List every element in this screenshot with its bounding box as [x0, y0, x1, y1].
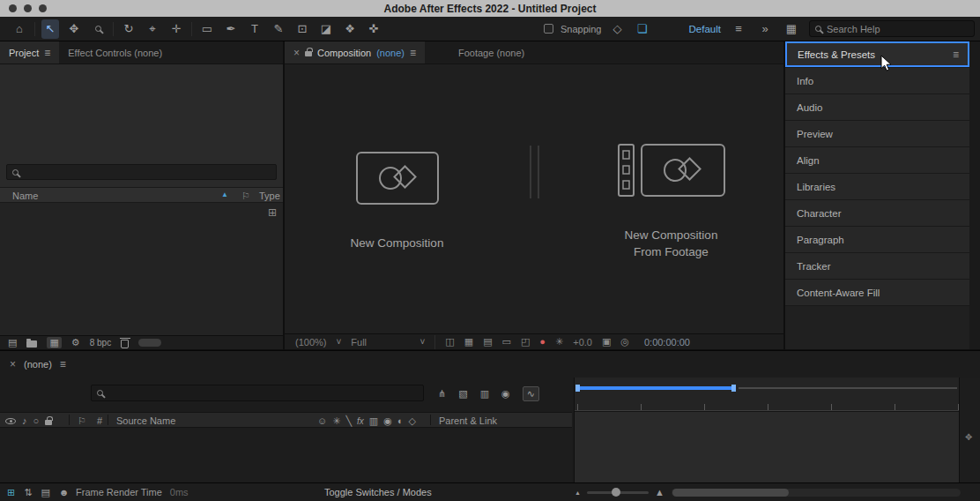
panel-menu-icon[interactable]: ≡: [60, 358, 66, 370]
time-navigator-bar[interactable]: [576, 386, 735, 390]
parent-link-column[interactable]: Parent & Link: [439, 415, 497, 426]
effects-icon[interactable]: fx: [357, 416, 364, 426]
interpret-footage-icon[interactable]: ▤: [8, 338, 17, 348]
close-panel-icon[interactable]: ×: [10, 358, 16, 370]
project-settings-icon[interactable]: ⚙: [71, 338, 80, 348]
panel-header-align[interactable]: Align: [785, 147, 969, 174]
sort-ascending-icon[interactable]: ▲: [221, 191, 228, 198]
timeline-tracks-area[interactable]: [575, 411, 959, 482]
zoom-tool-icon[interactable]: [89, 19, 107, 39]
panel-header-paragraph[interactable]: Paragraph: [785, 227, 969, 253]
panel-header-effects-and-presets[interactable]: Effects & Presets ≡: [785, 41, 969, 67]
orbit-camera-tool-icon[interactable]: ↻: [120, 19, 137, 39]
resolution-dropdown[interactable]: Full ˅: [351, 337, 425, 348]
time-ruler[interactable]: [575, 397, 959, 411]
eraser-tool-icon[interactable]: ◪: [317, 19, 335, 39]
close-panel-icon[interactable]: ×: [293, 47, 300, 59]
motion-blur-icon[interactable]: ◉: [383, 415, 392, 427]
pan-hand-icon[interactable]: ✥: [965, 432, 972, 442]
minimize-window-button[interactable]: [24, 4, 32, 12]
mini-flowchart-icon[interactable]: ⋔: [438, 388, 446, 400]
new-composition-icon[interactable]: ▦: [49, 338, 58, 348]
chevron-down-icon[interactable]: ˅: [336, 337, 341, 347]
fullscreen-window-button[interactable]: [39, 4, 47, 12]
time-navigator[interactable]: [576, 383, 957, 393]
motion-blur-icon[interactable]: ◉: [501, 388, 510, 400]
layer-number-column[interactable]: #: [97, 415, 102, 426]
shy-icon[interactable]: ☺: [317, 415, 327, 426]
reset-exposure-icon[interactable]: ✳: [555, 337, 563, 347]
label-color-column-icon[interactable]: ⚐: [241, 191, 250, 202]
region-of-interest-icon[interactable]: ◰: [521, 337, 530, 347]
panel-header-character[interactable]: Character: [785, 200, 969, 227]
panel-layout-icon[interactable]: ▦: [783, 19, 800, 39]
draft-3d-icon[interactable]: ▧: [458, 388, 467, 400]
solo-icon[interactable]: ○: [33, 415, 40, 426]
clone-stamp-tool-icon[interactable]: ⊡: [293, 19, 311, 39]
help-search-input[interactable]: [827, 24, 969, 34]
pan-behind-tool-icon[interactable]: ✛: [167, 19, 185, 39]
3d-layer-icon[interactable]: ◇: [409, 415, 416, 427]
workspace-menu-icon[interactable]: ≡: [730, 19, 747, 39]
puppet-pin-tool-icon[interactable]: ✜: [365, 19, 382, 39]
panel-menu-icon[interactable]: ≡: [44, 47, 50, 59]
show-channel-icon[interactable]: ●: [539, 337, 546, 347]
panel-header-tracker[interactable]: Tracker: [785, 253, 969, 280]
timeline-search-input[interactable]: [108, 388, 418, 399]
new-folder-icon[interactable]: [26, 340, 37, 348]
audio-icon[interactable]: ♪: [22, 415, 27, 426]
rectangle-tool-icon[interactable]: ▭: [198, 19, 216, 39]
toggle-view-icon[interactable]: ⇅: [24, 487, 32, 498]
snap-options-icon[interactable]: ◇: [609, 19, 627, 39]
selection-tool-icon[interactable]: ↖: [41, 19, 59, 39]
panel-header-libraries[interactable]: Libraries: [785, 174, 969, 200]
adjustment-layer-icon[interactable]: ◐: [397, 415, 404, 426]
grid-options-icon[interactable]: ▦: [464, 337, 473, 347]
source-name-column[interactable]: Source Name: [116, 415, 175, 426]
tab-effect-controls[interactable]: Effect Controls (none): [59, 41, 171, 64]
lock-icon[interactable]: [45, 420, 52, 425]
label-color-column-icon[interactable]: ⚐: [78, 415, 86, 427]
tab-footage[interactable]: Footage (none): [449, 41, 533, 64]
tab-composition[interactable]: × Composition (none) ≡: [285, 41, 425, 64]
close-window-button[interactable]: [9, 4, 17, 12]
panel-menu-icon[interactable]: ≡: [953, 49, 959, 61]
panel-header-audio[interactable]: Audio: [785, 94, 969, 121]
roto-brush-tool-icon[interactable]: ❖: [341, 19, 359, 39]
column-type-label[interactable]: Type: [259, 191, 280, 201]
lock-panel-icon[interactable]: [305, 51, 312, 56]
graph-editor-button[interactable]: ∿: [523, 386, 539, 401]
new-composition-from-footage-button[interactable]: New Composition From Footage: [569, 142, 774, 260]
zoom-in-mountain-icon[interactable]: ▲: [655, 487, 664, 497]
toggle-switches-modes-button[interactable]: Toggle Switches / Modes: [324, 483, 432, 501]
guides-icon[interactable]: ▤: [483, 337, 492, 347]
project-search-field[interactable]: [6, 164, 277, 180]
collaboration-icon[interactable]: ☻: [59, 487, 70, 497]
zoom-slider-knob[interactable]: [612, 488, 620, 497]
type-tool-icon[interactable]: T: [246, 19, 264, 39]
brush-tool-icon[interactable]: ✎: [270, 19, 287, 39]
mask-visibility-icon[interactable]: ▭: [502, 337, 511, 347]
scrollbar-thumb[interactable]: [672, 489, 789, 497]
timeline-scrollbar-strip[interactable]: ✥: [959, 378, 980, 482]
project-items-list[interactable]: ⊞: [0, 203, 283, 335]
snapping-label[interactable]: Snapping: [561, 24, 602, 34]
safe-zones-icon[interactable]: ◫: [445, 337, 454, 347]
delete-item-icon[interactable]: [121, 340, 129, 348]
help-search-field[interactable]: [809, 20, 975, 37]
column-name-label[interactable]: Name: [12, 191, 38, 201]
magnification-dropdown[interactable]: (100%): [295, 337, 326, 348]
workspace-default-button[interactable]: Default: [689, 24, 721, 34]
project-search-input[interactable]: [24, 167, 271, 177]
hand-tool-icon[interactable]: ✥: [65, 19, 83, 39]
project-flowchart-icon[interactable]: ⊞: [268, 206, 277, 219]
timeline-search-field[interactable]: [91, 385, 424, 401]
collapse-transformations-icon[interactable]: ✳: [332, 415, 340, 427]
timeline-layers-area[interactable]: [0, 428, 572, 482]
exposure-value[interactable]: +0.0: [573, 337, 592, 348]
time-navigator-track[interactable]: [739, 387, 957, 389]
composition-mini-flowchart-icon[interactable]: ⊞: [7, 487, 15, 498]
show-snapshot-icon[interactable]: ◎: [620, 337, 629, 347]
panel-header-content-aware-fill[interactable]: Content-Aware Fill: [785, 280, 969, 306]
quality-icon[interactable]: ╲: [345, 415, 352, 427]
